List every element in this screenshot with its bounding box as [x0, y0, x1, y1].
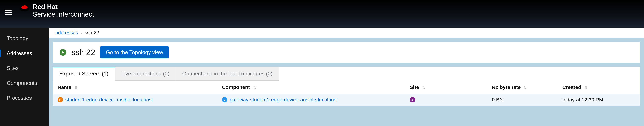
brand-title: Red Hat	[33, 3, 94, 10]
menu-toggle-button[interactable]	[4, 8, 12, 16]
page-title: ssh:22	[71, 48, 95, 57]
cell-created: today at 12:30 PM	[558, 94, 640, 106]
main-content: addresses › ssh:22 A ssh:22 Go to the To…	[49, 28, 644, 126]
sidebar-item-label: Topology	[7, 35, 28, 41]
component-name-link[interactable]: gateway-student1-edge-device-ansible-loc…	[230, 97, 338, 103]
brand-subtitle: Service Interconnect	[33, 10, 94, 18]
col-header-name[interactable]: Name ⇅	[53, 81, 217, 94]
exposed-servers-table: Name ⇅ Component ⇅ Site ⇅ Rx byte rate ⇅	[53, 81, 640, 106]
breadcrumb-separator: ›	[80, 30, 82, 35]
sort-icon: ⇅	[422, 85, 425, 90]
col-header-site[interactable]: Site ⇅	[405, 81, 487, 94]
sidebar-item-label: Components	[7, 80, 37, 86]
page-title-card: A ssh:22 Go to the Topology view	[53, 42, 640, 63]
col-header-label: Rx byte rate	[492, 84, 521, 90]
col-header-label: Name	[58, 84, 71, 90]
breadcrumb: addresses › ssh:22	[49, 28, 644, 38]
col-header-component[interactable]: Component ⇅	[217, 81, 405, 94]
tab-list: Exposed Servers (1) Live connections (0)…	[53, 67, 640, 81]
table-header-row: Name ⇅ Component ⇅ Site ⇅ Rx byte rate ⇅	[53, 81, 640, 94]
site-badge-icon: S	[410, 97, 415, 102]
col-header-rx[interactable]: Rx byte rate ⇅	[487, 81, 558, 94]
sidebar-item-label: Addresses	[7, 50, 32, 57]
redhat-logo-icon	[19, 4, 30, 11]
app-header: Red Hat Service Interconnect	[0, 0, 644, 28]
col-header-label: Component	[222, 84, 250, 90]
sidebar-item-components[interactable]: Components	[0, 76, 49, 91]
cell-site: S	[405, 94, 487, 106]
sidebar-item-label: Processes	[7, 95, 32, 101]
servers-panel: Exposed Servers (1) Live connections (0)…	[53, 67, 640, 106]
sidebar-nav: Topology Addresses Sites Components Proc…	[0, 28, 49, 126]
sidebar-item-processes[interactable]: Processes	[0, 91, 49, 105]
sidebar-item-sites[interactable]: Sites	[0, 61, 49, 76]
breadcrumb-current: ssh:22	[85, 30, 99, 35]
breadcrumb-parent-link[interactable]: addresses	[56, 30, 78, 35]
sort-icon: ⇅	[584, 85, 587, 90]
cell-component: C gateway-student1-edge-device-ansible-l…	[217, 94, 405, 106]
component-badge-icon: C	[222, 97, 227, 102]
table-row: P student1-edge-device-ansible-localhost…	[53, 94, 640, 106]
col-header-created[interactable]: Created ⇅	[558, 81, 640, 94]
cell-rx-rate: 0 B/s	[487, 94, 558, 106]
sidebar-item-label: Sites	[7, 65, 19, 71]
server-name-link[interactable]: student1-edge-device-ansible-localhost	[65, 97, 153, 103]
col-header-label: Site	[410, 84, 419, 90]
tab-recent-connections[interactable]: Connections in the last 15 minutes (0)	[176, 67, 279, 81]
tab-exposed-servers[interactable]: Exposed Servers (1)	[53, 67, 115, 81]
sidebar-item-addresses[interactable]: Addresses	[0, 46, 49, 61]
sort-icon: ⇅	[74, 85, 78, 90]
go-to-topology-button[interactable]: Go to the Topology view	[100, 46, 169, 59]
sort-icon: ⇅	[524, 85, 527, 90]
cell-name: P student1-edge-device-ansible-localhost	[53, 94, 217, 106]
process-badge-icon: P	[58, 97, 63, 102]
tab-live-connections[interactable]: Live connections (0)	[115, 67, 176, 81]
sidebar-item-topology[interactable]: Topology	[0, 31, 49, 46]
col-header-label: Created	[562, 84, 581, 90]
address-badge-icon: A	[60, 49, 66, 56]
sort-icon: ⇅	[253, 85, 256, 90]
brand: Red Hat Service Interconnect	[19, 3, 94, 18]
